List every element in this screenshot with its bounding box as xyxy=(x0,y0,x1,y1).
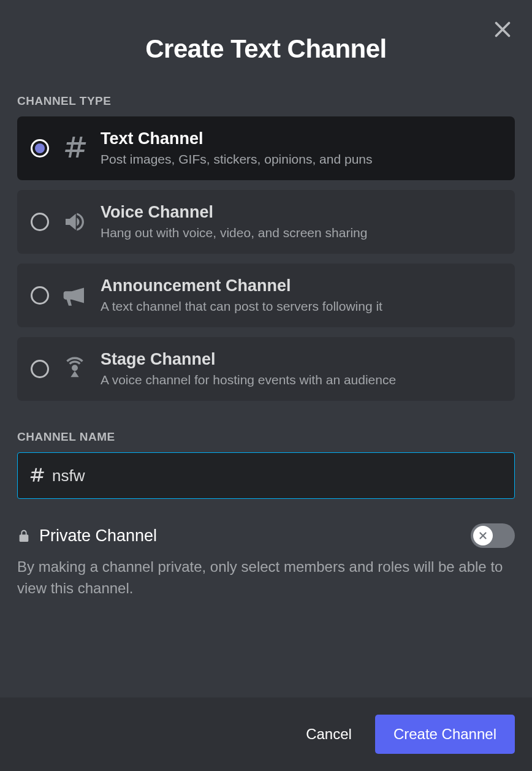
close-icon xyxy=(492,18,514,40)
type-desc: A text channel that can post to servers … xyxy=(101,298,501,315)
type-title: Text Channel xyxy=(101,129,501,150)
channel-name-input-wrap[interactable] xyxy=(17,452,515,499)
type-desc: A voice channel for hosting events with … xyxy=(101,371,501,389)
modal-content: CHANNEL TYPE Text Channel Post images, G… xyxy=(0,76,532,697)
cancel-button[interactable]: Cancel xyxy=(300,717,358,751)
svg-point-0 xyxy=(72,365,78,371)
toggle-knob xyxy=(473,526,493,545)
channel-name-label: CHANNEL NAME xyxy=(17,430,515,444)
radio-stage xyxy=(31,360,49,378)
stage-icon xyxy=(63,357,87,381)
radio-voice xyxy=(31,213,49,231)
megaphone-icon xyxy=(63,283,87,308)
type-title: Voice Channel xyxy=(101,202,501,223)
channel-name-input[interactable] xyxy=(52,466,503,485)
hash-prefix-icon xyxy=(29,468,45,484)
modal-header: Create Text Channel xyxy=(0,0,532,76)
private-channel-desc: By making a channel private, only select… xyxy=(17,556,515,599)
channel-type-stage[interactable]: Stage Channel A voice channel for hostin… xyxy=(17,337,515,401)
radio-announcement xyxy=(31,286,49,305)
modal-footer: Cancel Create Channel xyxy=(0,697,532,771)
type-title: Announcement Channel xyxy=(101,276,501,297)
channel-name-section: CHANNEL NAME xyxy=(17,430,515,499)
channel-type-voice[interactable]: Voice Channel Hang out with voice, video… xyxy=(17,190,515,254)
toggle-off-icon xyxy=(477,530,488,541)
radio-text xyxy=(31,139,49,158)
type-text-block: Stage Channel A voice channel for hostin… xyxy=(101,349,501,389)
type-title: Stage Channel xyxy=(101,349,501,370)
create-channel-button[interactable]: Create Channel xyxy=(375,715,515,754)
channel-type-label: CHANNEL TYPE xyxy=(17,94,515,108)
channel-type-announcement[interactable]: Announcement Channel A text channel that… xyxy=(17,264,515,327)
type-text-block: Announcement Channel A text channel that… xyxy=(101,276,501,315)
private-toggle[interactable] xyxy=(471,523,515,548)
modal-title: Create Text Channel xyxy=(17,34,515,64)
private-channel-section: Private Channel By making a channel priv… xyxy=(17,523,515,599)
lock-icon xyxy=(17,528,31,544)
channel-type-list: Text Channel Post images, GIFs, stickers… xyxy=(17,116,515,401)
type-desc: Hang out with voice, video, and screen s… xyxy=(101,224,501,241)
close-button[interactable] xyxy=(492,18,514,40)
speaker-icon xyxy=(63,210,87,234)
type-text-block: Text Channel Post images, GIFs, stickers… xyxy=(101,129,501,168)
create-channel-modal: Create Text Channel CHANNEL TYPE Text Ch… xyxy=(0,0,532,771)
type-desc: Post images, GIFs, stickers, opinions, a… xyxy=(101,151,501,168)
channel-type-text[interactable]: Text Channel Post images, GIFs, stickers… xyxy=(17,116,515,180)
private-channel-title: Private Channel xyxy=(39,526,157,545)
type-text-block: Voice Channel Hang out with voice, video… xyxy=(101,202,501,241)
hash-icon xyxy=(63,136,87,161)
